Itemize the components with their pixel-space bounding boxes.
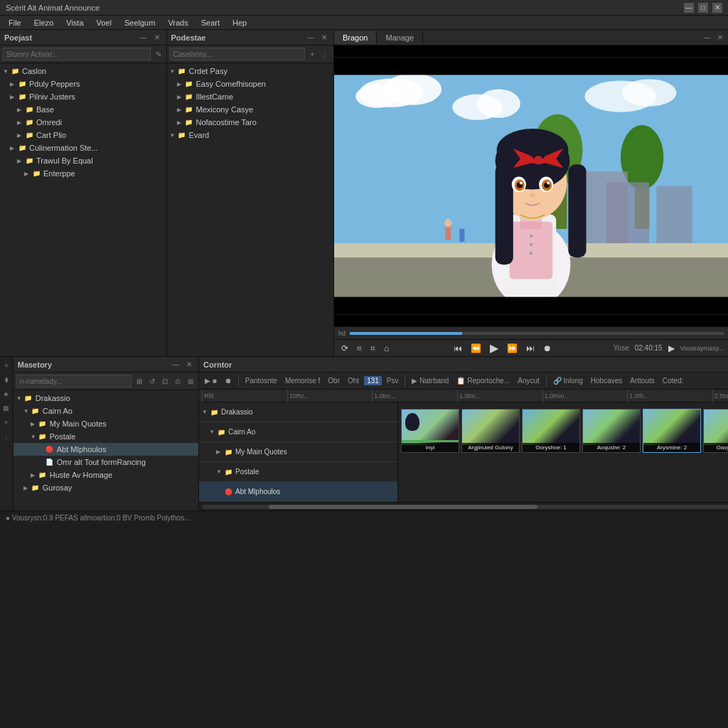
tree-item-base[interactable]: ▶ 📁 Base [0, 103, 166, 116]
sidebar-icon-6[interactable]: ⍚ [1, 431, 12, 442]
menu-vrads[interactable]: Vrads [162, 17, 193, 28]
menu-file[interactable]: File [3, 17, 27, 28]
tl-anycut-btn[interactable]: Anycut [515, 376, 542, 385]
narrative-collapse-btn[interactable]: — [170, 360, 181, 369]
sidebar-icon-5[interactable]: ⌖ [1, 417, 12, 428]
props-item-crdet[interactable]: ▼ 📁 Crdet Pasy [167, 65, 334, 77]
menu-vista[interactable]: Vista [60, 17, 89, 28]
tl-inlong-btn[interactable]: 🔗 Inlong [550, 376, 586, 385]
step-back-btn[interactable]: ⏮ [451, 342, 465, 355]
maximize-button[interactable]: □ [698, 3, 708, 13]
sidebar-icon-3[interactable]: ◈ [1, 388, 12, 400]
menu-elezo[interactable]: Elezo [28, 17, 60, 28]
narrative-search-input[interactable] [16, 375, 132, 387]
tl-hobcaves-btn[interactable]: Hobcaves [588, 376, 625, 385]
tl-obr-btn[interactable]: Obr [325, 376, 343, 385]
loop-btn[interactable]: ⟳ [338, 342, 351, 355]
props-item-illesterne[interactable]: ▶ 📁 IllestCarne [167, 90, 334, 103]
tree-item-trawul[interactable]: ▶ 📁 Trawul By Equal [0, 154, 166, 167]
narrative-item-drakassio[interactable]: ▼ 📁 Drakassio [14, 392, 198, 405]
tab-bragon[interactable]: Bragon [334, 31, 377, 44]
preview-collapse-btn[interactable]: — [702, 33, 713, 42]
tree-item-caslon[interactable]: ▼ 📁 Caslon [0, 65, 166, 77]
narrative-close-btn[interactable]: ✕ [184, 360, 194, 369]
narrative-item-gurosay[interactable]: ▶ 📁 Gurosay [14, 481, 198, 494]
narrative-item-postale[interactable]: ▼ 📁 Postale [14, 430, 198, 443]
tree-item-pilniv[interactable]: ▶ 📁 Pilniv Justers [0, 90, 166, 103]
tl-reportoche-btn[interactable]: 📋 Reportoche... [454, 376, 513, 385]
menu-hep[interactable]: Hep [227, 17, 252, 28]
next-frame-btn[interactable]: ⏩ [504, 342, 520, 355]
step-fwd-btn[interactable]: ⏭ [523, 342, 537, 355]
tab-manage[interactable]: Manage [377, 31, 423, 44]
props-close-btn[interactable]: ✕ [319, 33, 329, 42]
minimize-button[interactable]: — [684, 3, 694, 13]
props-collapse-btn[interactable]: — [305, 33, 316, 42]
tl-psv-btn[interactable]: Psv [384, 376, 402, 385]
mark-out-btn[interactable]: ⌗ [368, 342, 378, 355]
menu-seart[interactable]: Seart [196, 17, 225, 28]
props-more-btn[interactable]: ⋮ [319, 50, 331, 59]
narrative-item-omralt[interactable]: 📄 Omr alt Tout formRancing [14, 456, 198, 469]
thumb-arysmine2[interactable]: Arysmine: 2 [643, 409, 701, 453]
tl-track-postale[interactable]: ▼ 📁 Postale [199, 462, 397, 482]
tree-item-pduly[interactable]: ▶ 📁 Pduly Peppers [0, 77, 166, 90]
menu-seelgum[interactable]: Seelgum [119, 17, 161, 28]
tree-item-enterppe[interactable]: ▶ 📁 Enterppe [0, 167, 166, 180]
projects-collapse-btn[interactable]: — [138, 33, 149, 42]
progress-track[interactable] [350, 332, 724, 335]
props-item-easy[interactable]: ▶ 📁 Easy Comefhisopen [167, 77, 334, 90]
narrative-item-abt[interactable]: 🔴 Abt Mlphoulos [14, 443, 198, 456]
thumb-oasyshoe1[interactable]: Oasyshoe: 1 [703, 409, 728, 453]
properties-search-input[interactable] [170, 48, 306, 60]
tl-memorise-btn[interactable]: Memorise f [282, 376, 323, 385]
narrative-tool4[interactable]: ⊙ [173, 377, 183, 386]
narrative-item-cairnao[interactable]: ▼ 📁 Cairn Ao [14, 405, 198, 417]
preview-close-btn[interactable]: ✕ [715, 33, 725, 42]
tree-item-cartplio[interactable]: ▶ 📁 Cart Plio [0, 129, 166, 141]
snap-btn[interactable]: ⌂ [381, 342, 392, 355]
tl-oht-btn[interactable]: Oht [345, 376, 362, 385]
thumb-argjinuled[interactable]: Argjinuled Gutony [461, 409, 520, 453]
projects-close-btn[interactable]: ✕ [152, 33, 162, 42]
tree-item-culinermation[interactable]: ▶ 📁 Culinermation Ste... [0, 141, 166, 154]
props-item-nofacostime[interactable]: ▶ 📁 Nofacostime Taro [167, 116, 334, 129]
mark-in-btn[interactable]: ⌗ [354, 342, 365, 355]
props-item-evard[interactable]: ▼ 📁 Evard [167, 129, 334, 141]
narrative-item-mymainquotes[interactable]: ▶ 📁 My Main Quotes [14, 417, 198, 430]
tree-item-omredi[interactable]: ▶ 📁 Omredi [0, 116, 166, 129]
projects-search-icon[interactable]: ✎ [154, 50, 164, 59]
timeline-scroll-track[interactable] [202, 505, 728, 509]
sidebar-icon-2[interactable]: ⧫ [1, 374, 12, 385]
menu-voel[interactable]: Voel [91, 17, 117, 28]
tl-131-btn[interactable]: 131 [364, 376, 382, 385]
thumb-inyl[interactable]: Inyl [401, 409, 459, 453]
close-button[interactable]: ✕ [712, 3, 722, 13]
thumb-ooryshoe1[interactable]: Ooryshoe: 1 [522, 409, 580, 453]
preview-settings-btn[interactable]: ▶ [665, 342, 678, 355]
tl-track-abt[interactable]: 🔴 Abt Mlphoulos [199, 482, 397, 502]
timeline-scrollbar[interactable]: ▶ [199, 502, 728, 510]
tl-pantosnte-btn[interactable]: Pantosnte [242, 376, 280, 385]
tl-arttouts-btn[interactable]: Arttouts [627, 376, 657, 385]
narrative-tool2[interactable]: ↺ [147, 377, 157, 386]
tl-track-mymain[interactable]: ▶ 📁 My Main Quotes [199, 442, 397, 462]
props-item-mexicony[interactable]: ▶ 📁 Mexicony Casye [167, 103, 334, 116]
tl-track-cairnao[interactable]: ▼ 📁 Cairn Ao [199, 422, 397, 442]
tl-track-drakassio[interactable]: ▼ 📁 Drakassio [199, 402, 397, 422]
preview-progress-bar[interactable]: hd [334, 326, 728, 339]
narrative-item-huste[interactable]: ▶ 📁 Huste Av Homage [14, 469, 198, 481]
play-btn[interactable]: ▶ [487, 340, 501, 356]
prev-frame-btn[interactable]: ⏪ [468, 342, 484, 355]
tl-playstop-btn[interactable]: ▶ ■ [202, 376, 220, 385]
narrative-tool1[interactable]: ⊞ [134, 377, 144, 386]
thumb-aoqushe2[interactable]: Aoqushe: 2 [582, 409, 641, 453]
projects-search-input[interactable] [3, 48, 151, 60]
props-add-btn[interactable]: + [308, 50, 316, 59]
narrative-tool3[interactable]: ⊡ [160, 377, 170, 386]
tl-natrband-btn[interactable]: ▶ Natrband [409, 376, 451, 385]
record-btn[interactable]: ⏺ [540, 342, 555, 355]
sidebar-icon-4[interactable]: ▦ [1, 402, 12, 414]
timeline-track-content[interactable]: Inyl Argjinuled Gutony Ooryshoe: 1 [398, 402, 728, 502]
tl-coted-btn[interactable]: Coted: [660, 376, 686, 385]
